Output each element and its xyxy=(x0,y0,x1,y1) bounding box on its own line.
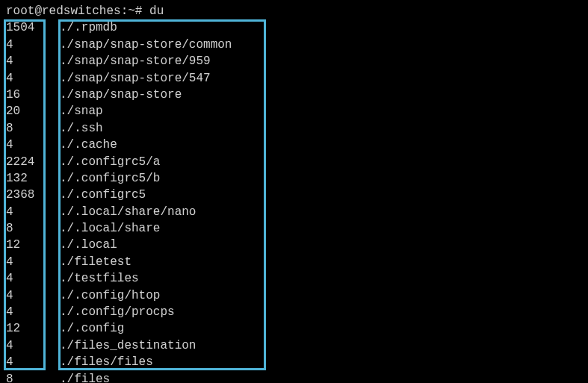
output-row: 8./.ssh xyxy=(6,120,582,137)
size-value: 8 xyxy=(6,120,60,137)
prompt-user: root xyxy=(6,4,34,18)
prompt-host: redswitches xyxy=(42,4,121,18)
path-value: ./snap xyxy=(60,103,103,119)
path-value: ./.local xyxy=(60,237,117,253)
size-value: 4 xyxy=(6,137,60,153)
output-row: 4./snap/snap-store/959 xyxy=(6,53,582,69)
size-value: 4 xyxy=(6,270,60,287)
path-value: ./.ssh xyxy=(60,120,103,137)
output-row: 2224./.configrc5/a xyxy=(6,154,582,170)
output-row: 4./files_destination xyxy=(6,337,582,354)
path-value: ./.local/share/nano xyxy=(60,204,196,220)
prompt-path: ~ xyxy=(128,4,135,18)
path-value: ./files_destination xyxy=(60,337,196,354)
path-value: ./.config xyxy=(60,320,124,337)
size-value: 132 xyxy=(6,170,60,187)
output-row: 4./.local/share/nano xyxy=(6,204,582,220)
size-value: 4 xyxy=(6,70,60,87)
path-value: ./.cache xyxy=(60,137,117,153)
output-row: 4./files/files xyxy=(6,354,582,370)
output-row: 20./snap xyxy=(6,103,582,119)
output-row: 4./testfiles xyxy=(6,270,582,287)
path-value: ./snap/snap-store/547 xyxy=(60,70,211,87)
output-row: 132./.configrc5/b xyxy=(6,170,582,187)
size-value: 2368 xyxy=(6,187,60,203)
output-row: 12./.local xyxy=(6,237,582,253)
path-value: ./.rpmdb xyxy=(60,19,117,36)
output-row: 4./filetest xyxy=(6,254,582,270)
path-value: ./.configrc5 xyxy=(60,187,146,203)
path-value: ./.config/procps xyxy=(60,304,175,320)
output-row: 1504./.rpmdb xyxy=(6,19,582,36)
size-value: 2224 xyxy=(6,154,60,170)
size-value: 20 xyxy=(6,103,60,119)
size-value: 4 xyxy=(6,287,60,304)
path-value: ./.configrc5/a xyxy=(60,154,160,170)
output-row: 16./snap/snap-store xyxy=(6,87,582,103)
size-value: 8 xyxy=(6,371,60,383)
size-value: 8 xyxy=(6,220,60,237)
size-value: 16 xyxy=(6,87,60,103)
size-value: 4 xyxy=(6,37,60,53)
output-row: 4./snap/snap-store/547 xyxy=(6,70,582,87)
size-value: 12 xyxy=(6,320,60,337)
output-row: 4./.config/htop xyxy=(6,287,582,304)
output-row: 4./snap/snap-store/common xyxy=(6,37,582,53)
output-row: 4./.cache xyxy=(6,137,582,153)
size-value: 1504 xyxy=(6,19,60,36)
size-value: 4 xyxy=(6,53,60,69)
output-row: 4./.config/procps xyxy=(6,304,582,320)
size-value: 4 xyxy=(6,337,60,354)
size-value: 4 xyxy=(6,204,60,220)
size-value: 4 xyxy=(6,254,60,270)
path-value: ./snap/snap-store/common xyxy=(60,37,232,53)
size-value: 4 xyxy=(6,304,60,320)
path-value: ./files/files xyxy=(60,354,153,370)
output-row: 8./.local/share xyxy=(6,220,582,237)
size-value: 4 xyxy=(6,354,60,370)
du-output: 1504./.rpmdb4./snap/snap-store/common4./… xyxy=(6,19,582,383)
path-value: ./filetest xyxy=(60,254,131,270)
output-row: 12./.config xyxy=(6,320,582,337)
path-value: ./snap/snap-store/959 xyxy=(60,53,211,69)
path-value: ./testfiles xyxy=(60,270,139,287)
path-value: ./.config/htop xyxy=(60,287,160,304)
path-value: ./files xyxy=(60,371,110,383)
path-value: ./.local/share xyxy=(60,220,160,237)
prompt-line-1: root@redswitches:~# du xyxy=(6,3,582,19)
output-row: 8./files xyxy=(6,371,582,383)
command-text: du xyxy=(149,4,164,18)
size-value: 12 xyxy=(6,237,60,253)
output-row: 2368./.configrc5 xyxy=(6,187,582,203)
path-value: ./.configrc5/b xyxy=(60,170,160,187)
path-value: ./snap/snap-store xyxy=(60,87,182,103)
